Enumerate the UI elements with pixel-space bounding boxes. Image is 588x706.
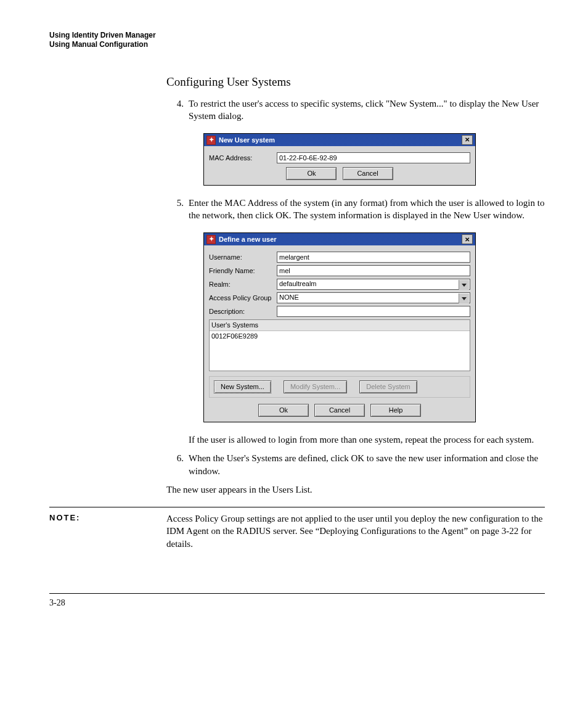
cancel-button[interactable]: Cancel xyxy=(314,404,365,417)
table-row[interactable]: 0012F06E9289 xyxy=(210,331,470,341)
app-icon: ✦ xyxy=(206,136,216,145)
mac-address-label: MAC Address: xyxy=(209,154,277,163)
dialog-titlebar: ✦ New User system ✕ xyxy=(204,134,475,146)
description-input[interactable] xyxy=(277,306,470,317)
apg-value: NONE xyxy=(279,293,299,301)
step-6-text: When the User's Systems are defined, cli… xyxy=(189,452,545,477)
app-icon: ✦ xyxy=(206,235,216,244)
dialog-titlebar: ✦ Define a new user ✕ xyxy=(204,233,475,245)
step-4-number: 4. xyxy=(166,97,189,123)
access-policy-group-select[interactable]: NONE xyxy=(277,292,470,303)
table-row xyxy=(210,361,470,371)
step-5-text: Enter the MAC Address of the system (in … xyxy=(189,197,545,222)
realm-value: defaultrealm xyxy=(279,280,317,287)
note-label: NOTE: xyxy=(49,512,166,550)
users-systems-panel: User's Systems 0012F06E9289 xyxy=(209,319,470,371)
users-systems-header: User's Systems xyxy=(210,320,470,331)
dialog-title: Define a new user xyxy=(219,235,277,244)
username-input[interactable] xyxy=(277,252,470,263)
realm-select[interactable]: defaultrealm xyxy=(277,279,470,290)
step-5-number: 5. xyxy=(166,197,189,222)
realm-label: Realm: xyxy=(209,280,277,289)
friendly-name-input[interactable] xyxy=(277,265,470,276)
modify-system-button[interactable]: Modify System... xyxy=(284,380,347,393)
chevron-down-icon xyxy=(459,293,469,303)
friendly-name-label: Friendly Name: xyxy=(209,266,277,276)
header-line1: Using Identity Driven Manager xyxy=(49,31,545,40)
cancel-button[interactable]: Cancel xyxy=(343,167,393,180)
table-row xyxy=(210,351,470,361)
delete-system-button[interactable]: Delete System xyxy=(359,380,417,393)
define-new-user-dialog: ✦ Define a new user ✕ Username: Friendly… xyxy=(203,232,476,422)
step-4-text: To restrict the user's access to specifi… xyxy=(189,97,545,123)
access-policy-group-label: Access Policy Group xyxy=(209,293,277,303)
username-label: Username: xyxy=(209,253,277,262)
section-title: Configuring User Systems xyxy=(166,74,545,90)
step-5-followup: If the user is allowed to login from mor… xyxy=(166,433,545,446)
ok-button[interactable]: Ok xyxy=(258,404,309,417)
note-text: Access Policy Group settings are not app… xyxy=(166,512,545,550)
header-line2: Using Manual Configuration xyxy=(49,40,545,49)
running-header: Using Identity Driven Manager Using Manu… xyxy=(49,31,545,49)
new-user-system-dialog: ✦ New User system ✕ MAC Address: Ok Canc… xyxy=(203,133,476,186)
step-6-number: 6. xyxy=(166,452,189,477)
description-label: Description: xyxy=(209,307,277,316)
ok-button[interactable]: Ok xyxy=(286,167,337,180)
dialog-title: New User system xyxy=(219,136,275,145)
table-row xyxy=(210,341,470,351)
new-system-button[interactable]: New System... xyxy=(214,380,271,393)
close-icon[interactable]: ✕ xyxy=(462,234,473,244)
chevron-down-icon xyxy=(459,280,469,290)
close-icon[interactable]: ✕ xyxy=(462,135,473,145)
help-button[interactable]: Help xyxy=(370,404,421,417)
page-number: 3-28 xyxy=(49,593,545,609)
closing-text: The new user appears in the Users List. xyxy=(166,483,545,496)
mac-address-input[interactable] xyxy=(277,152,470,163)
